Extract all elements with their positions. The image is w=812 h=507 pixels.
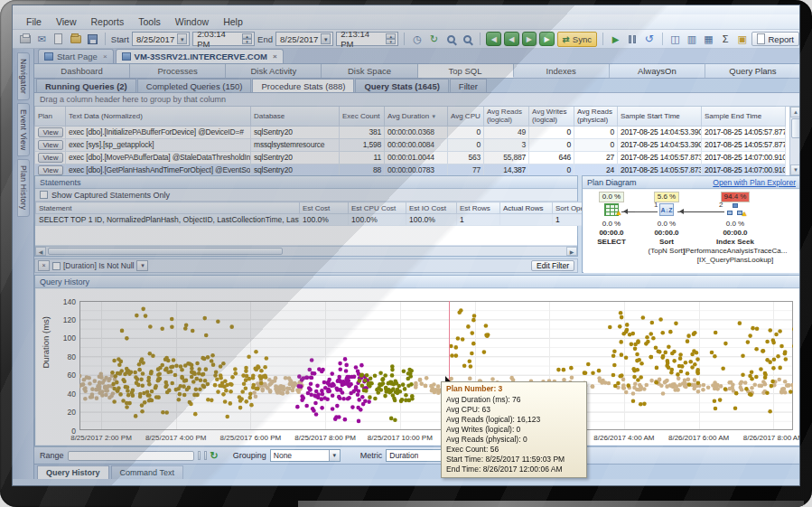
document-tab[interactable]: VM-3SSRV21.INTERCERVE.COM ×: [116, 49, 284, 63]
refresh-chart-icon[interactable]: ↻: [210, 450, 219, 462]
clock-icon[interactable]: ◷: [410, 32, 425, 46]
windows-icon[interactable]: ▣: [735, 32, 750, 46]
close-tab-icon[interactable]: ×: [103, 52, 107, 61]
side-tab[interactable]: Navigator: [17, 52, 30, 100]
end-date-field[interactable]: 8/25/2017▾: [275, 32, 333, 46]
play-icon[interactable]: ▶: [609, 32, 623, 46]
main-tab[interactable]: Indexes: [514, 64, 610, 78]
filter-checkbox[interactable]: [52, 262, 61, 270]
scrollbar-thumb[interactable]: [791, 118, 801, 138]
events-icon[interactable]: ◫: [668, 32, 683, 46]
main-tab[interactable]: Processes: [130, 64, 226, 78]
menu-item[interactable]: Tools: [132, 15, 167, 28]
view-plan-button[interactable]: View: [38, 140, 63, 150]
dropdown-arrow-icon[interactable]: ▾: [329, 450, 340, 461]
aggregate-icon[interactable]: ▦: [702, 32, 716, 46]
main-tab[interactable]: Disk Space: [322, 64, 417, 78]
table-row[interactable]: View exec [dbo].[InitializePABufferForDe…: [35, 126, 786, 138]
column-header[interactable]: Avg Reads (physical): [574, 107, 618, 126]
report-button[interactable]: Report: [751, 32, 799, 46]
query-history-scatter-chart[interactable]: [79, 301, 793, 430]
main-tab[interactable]: Dashboard: [34, 64, 130, 78]
spin-down-icon[interactable]: ▾: [386, 39, 396, 44]
open-plan-explorer-link[interactable]: Open with Plan Explorer: [713, 178, 796, 187]
dropdown-arrow-icon[interactable]: ▾: [321, 33, 331, 44]
sub-tab[interactable]: Filter: [450, 79, 487, 92]
show-captured-checkbox[interactable]: [40, 191, 48, 199]
refresh-icon[interactable]: ↻: [427, 32, 442, 46]
step-back-icon[interactable]: ◀: [504, 32, 519, 46]
sub-tab[interactable]: Query Stats (1645): [355, 79, 448, 92]
chart-icon[interactable]: ▥: [685, 32, 699, 46]
column-header[interactable]: Plan: [35, 107, 66, 126]
view-plan-button[interactable]: View: [38, 153, 63, 163]
menu-item[interactable]: Help: [217, 15, 249, 28]
column-header[interactable]: Avg Writes (logical): [529, 107, 574, 126]
new-page-icon[interactable]: [51, 32, 66, 46]
menu-item[interactable]: Window: [169, 15, 215, 28]
bottom-tab[interactable]: Query History: [37, 465, 109, 479]
undo-refresh-icon[interactable]: ↺: [642, 32, 657, 46]
zoom-out-icon[interactable]: [443, 32, 458, 46]
side-tab[interactable]: Plan History: [17, 159, 30, 216]
sub-tab[interactable]: Running Queries (2): [36, 79, 136, 92]
grouping-select[interactable]: None▾: [270, 449, 341, 462]
main-tab[interactable]: Top SQL: [418, 64, 514, 78]
side-tab[interactable]: Event View: [17, 103, 30, 156]
save-icon[interactable]: [85, 32, 99, 46]
dropdown-arrow-icon[interactable]: ▾: [177, 33, 187, 44]
column-header[interactable]: Est Cost: [300, 202, 349, 214]
pause-icon[interactable]: [625, 32, 639, 46]
sigma-icon[interactable]: Σ: [718, 32, 733, 46]
scroll-right-icon[interactable]: ▶: [566, 247, 577, 256]
sync-button[interactable]: ⇄Sync: [557, 32, 597, 47]
statements-horizontal-scrollbar[interactable]: ◀ ▶: [35, 246, 577, 256]
column-header[interactable]: Database: [251, 107, 340, 126]
step-forward-icon[interactable]: ▶: [522, 32, 537, 46]
menu-item[interactable]: Reports: [85, 15, 131, 28]
column-header[interactable]: Avg CPU: [448, 107, 484, 126]
column-header[interactable]: Sample Start Time: [618, 107, 702, 126]
column-header[interactable]: Sample End Time: [702, 107, 786, 126]
column-header[interactable]: Est IO Cost: [406, 202, 457, 214]
scroll-up-icon[interactable]: ▲: [790, 107, 801, 117]
view-plan-button[interactable]: View: [38, 127, 63, 137]
plan-node-index-seek[interactable]: 94.4 % ▲ 0.0 % 00:00.0 Index Seek [Perfo…: [669, 192, 799, 265]
sub-tab[interactable]: Procedure Stats (888): [252, 79, 354, 92]
table-row[interactable]: View exec [dbo].[GetPlanHashAndTimeForOb…: [35, 164, 786, 175]
start-date-field[interactable]: 8/25/2017▾: [132, 32, 190, 46]
send-icon[interactable]: ✉: [35, 32, 50, 46]
statement-row[interactable]: SELECT TOP 1 ID, NormalizedPlanHash, Obj…: [36, 214, 652, 226]
scrollbar-thumb[interactable]: [48, 248, 283, 255]
scroll-left-icon[interactable]: ◀: [35, 247, 46, 256]
plan-diagram-canvas[interactable]: 0.0 % ▲ 0.0 % 00:00.0 SELECT 5.6 % A↓Z 0…: [583, 190, 799, 273]
spin-down-icon[interactable]: ▾: [242, 39, 252, 44]
history-back-icon[interactable]: ◀: [486, 32, 501, 46]
time-spinner[interactable]: ▴▾: [242, 33, 252, 44]
time-spinner[interactable]: ▴▾: [386, 33, 396, 44]
print-icon[interactable]: [18, 32, 33, 46]
close-tab-icon[interactable]: ×: [273, 52, 277, 61]
sub-tab[interactable]: Completed Queries (150): [137, 79, 252, 92]
menu-item[interactable]: File: [20, 15, 48, 28]
column-header[interactable]: Avg Reads (logical): [484, 107, 529, 126]
table-row[interactable]: View exec [dbo].[MovePABufferData] @Stal…: [35, 151, 786, 164]
filter-dropdown-icon[interactable]: ▾: [136, 260, 148, 271]
edit-filter-button[interactable]: Edit Filter: [531, 260, 574, 271]
document-tab[interactable]: Start Page ×: [38, 49, 114, 63]
range-slider[interactable]: [68, 451, 194, 461]
main-tab[interactable]: AlwaysOn: [610, 64, 705, 78]
range-grip[interactable]: [198, 451, 201, 460]
column-header[interactable]: Text Data (Normalized): [66, 107, 251, 126]
zoom-in-icon[interactable]: [461, 32, 475, 46]
view-plan-button[interactable]: View: [38, 165, 63, 175]
main-tab[interactable]: Query Plans: [705, 64, 800, 78]
grid-vertical-scrollbar[interactable]: ▲ ▼: [789, 107, 800, 175]
plan-node-select[interactable]: 0.0 % ▲ 0.0 % 00:00.0 SELECT: [585, 192, 638, 247]
bottom-tab[interactable]: Command Text: [111, 465, 183, 479]
table-row[interactable]: View exec [sys].[sp_getapplock] mssqlsys…: [35, 138, 786, 151]
end-time-field[interactable]: 2:13:14 PM▴▾: [336, 32, 398, 46]
column-header[interactable]: Exec Count: [340, 107, 385, 126]
column-header[interactable]: Est CPU Cost: [349, 202, 406, 214]
scroll-down-icon[interactable]: ▼: [790, 164, 801, 175]
